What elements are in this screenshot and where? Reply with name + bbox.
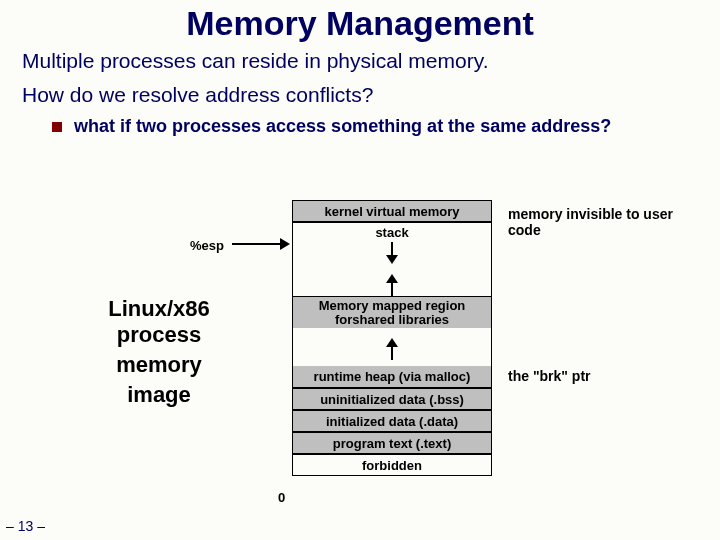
page-title: Memory Management — [0, 4, 720, 43]
bullet-square-icon — [52, 122, 62, 132]
address-zero: 0 — [278, 490, 285, 505]
side-title-3: image — [64, 382, 254, 408]
bullet-row: what if two processes access something a… — [52, 115, 720, 138]
side-title-1: Linux/x86 process — [64, 296, 254, 349]
gap-mmap-heap — [292, 328, 492, 366]
region-data: initialized data (.data) — [292, 410, 492, 432]
region-bss: uninitialized data (.bss) — [292, 388, 492, 410]
region-forbidden: forbidden — [292, 454, 492, 476]
region-text: program text (.text) — [292, 432, 492, 454]
note-brk: the "brk" ptr — [508, 368, 698, 384]
page-number: – 13 – — [6, 518, 45, 534]
esp-label: %esp — [190, 238, 224, 253]
svg-marker-6 — [386, 338, 398, 347]
svg-marker-4 — [386, 274, 398, 283]
subtitle-2: How do we resolve address conflicts? — [22, 83, 720, 107]
subtitle-1: Multiple processes can reside in physica… — [22, 49, 720, 73]
region-heap: runtime heap (via malloc) — [292, 366, 492, 388]
arrow-right-icon — [232, 236, 290, 252]
region-mmap: Memory mapped region forshared libraries — [292, 296, 492, 328]
arrow-up-icon — [385, 274, 399, 296]
side-title-2: memory — [64, 352, 254, 378]
bullet-text: what if two processes access something a… — [74, 115, 611, 138]
region-kernel: kernel virtual memory — [292, 200, 492, 222]
region-stack: stack — [292, 222, 492, 242]
svg-marker-1 — [280, 238, 290, 250]
arrow-up-icon — [385, 338, 399, 360]
svg-marker-3 — [386, 255, 398, 264]
arrow-down-icon — [385, 242, 399, 264]
memory-column: kernel virtual memory stack Memory mappe… — [292, 200, 492, 476]
gap-stack-mmap — [292, 242, 492, 296]
memory-diagram: %esp Linux/x86 process memory image memo… — [0, 200, 720, 530]
note-kernel: memory invisible to user code — [508, 206, 698, 238]
